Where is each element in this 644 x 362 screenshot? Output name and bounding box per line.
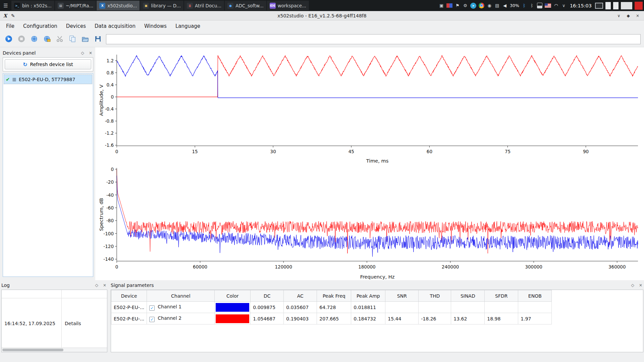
screenshot-icon[interactable]: ▣ [439, 2, 444, 9]
color-swatch[interactable] [216, 303, 249, 312]
menu-windows[interactable]: Windows [141, 21, 170, 31]
menu-file[interactable]: File [3, 21, 18, 31]
settings-gear-icon[interactable]: ⚙ [463, 2, 468, 9]
power-button[interactable] [635, 2, 643, 10]
device-icon: ▦ [12, 77, 16, 82]
float-panel-icon[interactable]: ◇ [94, 283, 99, 288]
amplitude-time-chart[interactable]: 01530456075901.20.80.40-0.4-0.8-1.2-1.6T… [96, 51, 643, 165]
device-tree-item[interactable]: ✔ ▦ E502-P-EU-D, 5T779887 [4, 75, 92, 84]
open-folder-icon [81, 35, 89, 44]
signal-col-peak-freq[interactable]: Peak Freq [317, 290, 351, 302]
bluetooth-alt-icon[interactable]: ᛒ [529, 2, 535, 9]
svg-text:60: 60 [427, 149, 432, 154]
signal-col-thd[interactable]: THD [419, 290, 451, 302]
toolbar-buttons [3, 34, 103, 45]
app-launcher-icon[interactable]: ☰ [1, 1, 10, 10]
copy-data-button[interactable] [67, 34, 78, 45]
taskbar-app-label: Atril Docu... [195, 3, 221, 8]
signal-col-ac[interactable]: AC [284, 290, 317, 302]
tray-chevron-icon[interactable]: ∨ [561, 2, 567, 9]
window-slot2-icon[interactable] [613, 2, 619, 9]
signal-col-sfdr[interactable]: SFDR [485, 290, 518, 302]
menu-data-acquisition[interactable]: Data acquisition [91, 21, 139, 31]
float-panel-icon[interactable]: ◇ [630, 283, 635, 288]
spectrum-chart[interactable]: 0600001200001800002400003000003600000-20… [96, 165, 643, 281]
svg-text:60000: 60000 [193, 264, 207, 269]
desktop-pager[interactable] [621, 2, 632, 9]
file-manager-icon: ▤ [58, 3, 64, 9]
menu-devices[interactable]: Devices [63, 21, 89, 31]
taskbar-clock[interactable]: 16:15:03 [568, 3, 594, 8]
taskbar-app-adc-softw[interactable]: ●ADC_softw... [225, 1, 266, 10]
channel-checkbox[interactable]: ✓ [149, 317, 155, 322]
maximize-button[interactable]: ◆ [625, 12, 632, 19]
save-file-button[interactable] [93, 34, 103, 45]
signal-col-channel[interactable]: Channel [147, 290, 215, 302]
channel-checkbox[interactable]: ✓ [149, 305, 155, 311]
device-tree[interactable]: ✔ ▦ E502-P-EU-D, 5T779887 [3, 73, 93, 277]
color-swatch[interactable] [216, 314, 249, 323]
cell-color[interactable] [215, 302, 251, 313]
battery-icon[interactable] [537, 3, 542, 8]
open-file-button[interactable] [80, 34, 91, 45]
signal-col-enob[interactable]: ENOB [518, 290, 552, 302]
notification-icon[interactable]: ⚑ [455, 2, 460, 9]
signal-col-sinad[interactable]: SINAD [451, 290, 485, 302]
cell-color[interactable] [215, 313, 251, 324]
telegram-icon[interactable]: ➤ [470, 3, 476, 9]
cell-device: E502-P-EU-... [111, 302, 147, 313]
signal-parameters-table: DeviceChannelColorDCACPeak FreqPeak AmpS… [111, 290, 552, 324]
battery-percent-label[interactable]: 30% [510, 2, 519, 9]
clipboard-icon[interactable]: ▤ [494, 2, 500, 9]
toolbar-path-input[interactable] [106, 34, 641, 44]
network-settings-button[interactable] [29, 34, 40, 45]
start-acquisition-button[interactable] [3, 34, 14, 45]
toolbar [0, 32, 644, 47]
menu-configuration[interactable]: Configuration [20, 21, 61, 31]
signal-col-peak-amp[interactable]: Peak Amp [351, 290, 385, 302]
minimize-button[interactable]: ∨ [615, 12, 623, 19]
signal-col-color[interactable]: Color [215, 290, 251, 302]
log-scrollbar-thumb[interactable] [2, 349, 63, 351]
taskbar-app-workspace[interactable]: IDEworkspace... [267, 1, 309, 10]
close-panel-icon[interactable]: × [102, 283, 107, 288]
chrome-icon[interactable] [479, 3, 484, 8]
folder-icon: ▣ [143, 3, 149, 9]
svg-text:15: 15 [192, 149, 198, 154]
log-panel: Log ◇ × 16:14:52, 17.09.2025 Details [1, 281, 107, 352]
cell-channel: ✓Channel 2 [147, 313, 215, 324]
refresh-device-list-button[interactable]: ↻ Refresh device list [5, 59, 91, 69]
network-connect-button[interactable] [42, 34, 52, 45]
window-slot-icon[interactable] [605, 2, 611, 9]
volume-icon[interactable]: ◀ [502, 2, 507, 9]
signal-col-snr[interactable]: SNR [385, 290, 419, 302]
taskbar-app-atril-docu[interactable]: ≣Atril Docu... [184, 1, 224, 10]
close-button[interactable]: × [634, 12, 641, 19]
float-panel-icon[interactable]: ◇ [80, 51, 85, 55]
log-entry-details[interactable]: Details [65, 321, 81, 326]
pin-icon[interactable]: ✎ [11, 13, 15, 18]
camera-icon[interactable]: ◉ [487, 2, 492, 9]
us-flag-icon[interactable] [545, 3, 551, 8]
close-panel-icon[interactable]: × [638, 283, 643, 288]
close-panel-icon[interactable]: × [88, 51, 93, 55]
play-sphere-icon [5, 35, 13, 44]
bluetooth-icon[interactable]: ᛒ [522, 2, 527, 9]
disconnect-button[interactable] [54, 34, 65, 45]
log-table[interactable]: 16:14:52, 17.09.2025 Details [1, 290, 107, 352]
stop-acquisition-button[interactable] [16, 34, 27, 45]
display-switch-icon[interactable] [595, 3, 603, 9]
wifi-icon[interactable]: ◠ [553, 2, 559, 9]
taskbar-app-x502studio[interactable]: Xx502studio... [97, 1, 140, 10]
keyboard-layout-flag-icon[interactable] [446, 3, 452, 8]
svg-text:90: 90 [583, 149, 589, 154]
svg-text:30: 30 [270, 149, 276, 154]
taskbar-app-bin-x502s[interactable]: >_bin : x502s... [11, 1, 54, 10]
taskbar-app-library-d[interactable]: ▣library — D... [140, 1, 183, 10]
taskbar-apps: >_bin : x502s...▤~/MIPT/Ra...Xx502studio… [11, 1, 309, 10]
log-horizontal-scrollbar[interactable] [2, 348, 107, 352]
signal-col-device[interactable]: Device [111, 290, 147, 302]
signal-col-dc[interactable]: DC [251, 290, 284, 302]
menu-language[interactable]: Language [172, 21, 204, 31]
taskbar-app-mipt-ra[interactable]: ▤~/MIPT/Ra... [55, 1, 96, 10]
